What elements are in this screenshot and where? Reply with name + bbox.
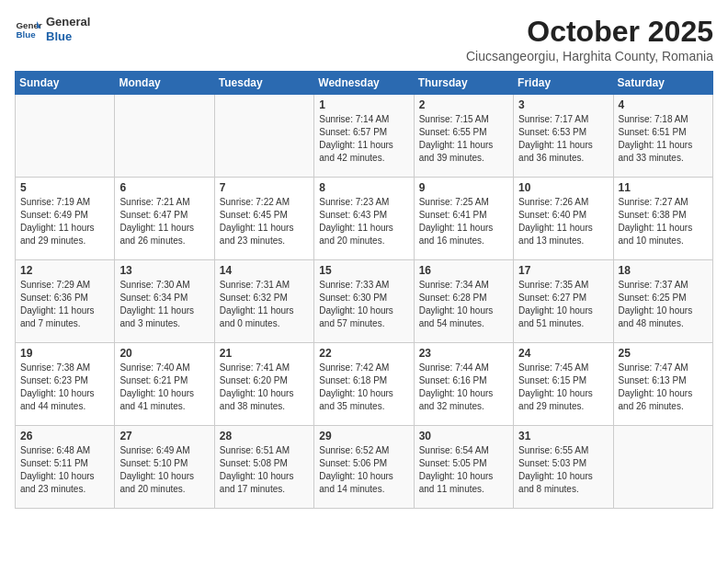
calendar-week-row: 26Sunrise: 6:48 AM Sunset: 5:11 PM Dayli…	[16, 426, 713, 509]
day-info: Sunrise: 6:49 AM Sunset: 5:10 PM Dayligh…	[119, 444, 209, 496]
day-number: 5	[20, 181, 109, 194]
day-number: 7	[220, 181, 309, 194]
calendar-cell: 19Sunrise: 7:38 AM Sunset: 6:23 PM Dayli…	[16, 343, 115, 426]
day-info: Sunrise: 7:14 AM Sunset: 6:57 PM Dayligh…	[319, 113, 408, 165]
day-info: Sunrise: 7:33 AM Sunset: 6:30 PM Dayligh…	[319, 279, 408, 330]
calendar-cell: 9Sunrise: 7:25 AM Sunset: 6:41 PM Daylig…	[414, 178, 513, 260]
day-info: Sunrise: 7:38 AM Sunset: 6:23 PM Dayligh…	[20, 362, 109, 413]
day-info: Sunrise: 7:15 AM Sunset: 6:55 PM Dayligh…	[419, 113, 508, 165]
day-number: 10	[518, 181, 608, 194]
day-info: Sunrise: 7:27 AM Sunset: 6:38 PM Dayligh…	[619, 196, 708, 247]
location-subtitle: Ciucsangeorgiu, Harghita County, Romania	[466, 49, 713, 63]
calendar-week-row: 12Sunrise: 7:29 AM Sunset: 6:36 PM Dayli…	[16, 260, 713, 343]
day-info: Sunrise: 7:34 AM Sunset: 6:28 PM Dayligh…	[419, 279, 508, 330]
day-number: 4	[619, 98, 708, 111]
day-info: Sunrise: 6:55 AM Sunset: 5:03 PM Dayligh…	[518, 444, 608, 496]
day-number: 11	[619, 181, 708, 194]
calendar-cell: 23Sunrise: 7:44 AM Sunset: 6:16 PM Dayli…	[414, 343, 513, 426]
calendar-week-row: 1Sunrise: 7:14 AM Sunset: 6:57 PM Daylig…	[16, 95, 713, 178]
day-info: Sunrise: 7:37 AM Sunset: 6:25 PM Dayligh…	[619, 279, 708, 330]
day-info: Sunrise: 7:17 AM Sunset: 6:53 PM Dayligh…	[518, 113, 608, 165]
calendar-cell: 28Sunrise: 6:51 AM Sunset: 5:08 PM Dayli…	[214, 426, 313, 509]
calendar-cell: 22Sunrise: 7:42 AM Sunset: 6:18 PM Dayli…	[314, 343, 414, 426]
calendar-cell: 31Sunrise: 6:55 AM Sunset: 5:03 PM Dayli…	[514, 426, 613, 509]
day-number: 22	[319, 347, 408, 360]
day-info: Sunrise: 7:45 AM Sunset: 6:15 PM Dayligh…	[518, 362, 608, 413]
day-number: 31	[518, 430, 608, 442]
calendar-cell: 24Sunrise: 7:45 AM Sunset: 6:15 PM Dayli…	[514, 343, 613, 426]
calendar-cell: 2Sunrise: 7:15 AM Sunset: 6:55 PM Daylig…	[414, 95, 513, 178]
day-number: 3	[518, 98, 608, 111]
day-number: 15	[319, 264, 408, 277]
calendar-cell: 14Sunrise: 7:31 AM Sunset: 6:32 PM Dayli…	[214, 260, 313, 343]
day-number: 12	[20, 264, 109, 277]
weekday-header-row: SundayMondayTuesdayWednesdayThursdayFrid…	[16, 72, 713, 95]
day-info: Sunrise: 7:25 AM Sunset: 6:41 PM Dayligh…	[419, 196, 508, 247]
day-info: Sunrise: 6:52 AM Sunset: 5:06 PM Dayligh…	[319, 444, 408, 496]
weekday-header-wednesday: Wednesday	[314, 72, 414, 95]
calendar-cell: 21Sunrise: 7:41 AM Sunset: 6:20 PM Dayli…	[214, 343, 313, 426]
weekday-header-tuesday: Tuesday	[214, 72, 313, 95]
day-info: Sunrise: 6:51 AM Sunset: 5:08 PM Dayligh…	[220, 444, 309, 496]
calendar-cell: 27Sunrise: 6:49 AM Sunset: 5:10 PM Dayli…	[115, 426, 214, 509]
day-info: Sunrise: 7:26 AM Sunset: 6:40 PM Dayligh…	[518, 196, 608, 247]
day-number: 29	[319, 430, 408, 442]
calendar-cell: 4Sunrise: 7:18 AM Sunset: 6:51 PM Daylig…	[613, 95, 712, 178]
calendar-cell: 15Sunrise: 7:33 AM Sunset: 6:30 PM Dayli…	[314, 260, 414, 343]
day-number: 21	[220, 347, 309, 360]
day-number: 2	[419, 98, 508, 111]
calendar-cell: 17Sunrise: 7:35 AM Sunset: 6:27 PM Dayli…	[514, 260, 613, 343]
day-number: 26	[20, 430, 109, 442]
title-area: October 2025 Ciucsangeorgiu, Harghita Co…	[466, 15, 713, 63]
day-info: Sunrise: 7:19 AM Sunset: 6:49 PM Dayligh…	[20, 196, 109, 247]
svg-text:Blue: Blue	[17, 29, 37, 40]
calendar-cell: 5Sunrise: 7:19 AM Sunset: 6:49 PM Daylig…	[16, 178, 115, 260]
calendar-cell	[115, 95, 214, 178]
day-number: 16	[419, 264, 508, 277]
day-number: 25	[619, 347, 708, 360]
day-info: Sunrise: 7:41 AM Sunset: 6:20 PM Dayligh…	[220, 362, 309, 413]
day-number: 30	[419, 430, 508, 442]
day-info: Sunrise: 7:18 AM Sunset: 6:51 PM Dayligh…	[619, 113, 708, 165]
day-info: Sunrise: 7:30 AM Sunset: 6:34 PM Dayligh…	[119, 279, 209, 330]
day-number: 23	[419, 347, 508, 360]
day-info: Sunrise: 6:54 AM Sunset: 5:05 PM Dayligh…	[419, 444, 508, 496]
calendar-cell: 7Sunrise: 7:22 AM Sunset: 6:45 PM Daylig…	[214, 178, 313, 260]
day-number: 9	[419, 181, 508, 194]
page-header: General Blue General Blue October 2025 C…	[15, 15, 713, 63]
calendar-cell: 11Sunrise: 7:27 AM Sunset: 6:38 PM Dayli…	[613, 178, 712, 260]
calendar-week-row: 5Sunrise: 7:19 AM Sunset: 6:49 PM Daylig…	[16, 178, 713, 260]
weekday-header-monday: Monday	[115, 72, 214, 95]
day-info: Sunrise: 7:29 AM Sunset: 6:36 PM Dayligh…	[20, 279, 109, 330]
day-number: 27	[119, 430, 209, 442]
day-number: 18	[619, 264, 708, 277]
calendar-cell: 12Sunrise: 7:29 AM Sunset: 6:36 PM Dayli…	[16, 260, 115, 343]
logo-icon: General Blue	[15, 16, 42, 43]
day-info: Sunrise: 7:35 AM Sunset: 6:27 PM Dayligh…	[518, 279, 608, 330]
calendar-cell: 18Sunrise: 7:37 AM Sunset: 6:25 PM Dayli…	[613, 260, 712, 343]
calendar-cell: 20Sunrise: 7:40 AM Sunset: 6:21 PM Dayli…	[115, 343, 214, 426]
calendar-cell: 25Sunrise: 7:47 AM Sunset: 6:13 PM Dayli…	[613, 343, 712, 426]
day-info: Sunrise: 7:21 AM Sunset: 6:47 PM Dayligh…	[119, 196, 209, 247]
day-number: 14	[220, 264, 309, 277]
day-number: 19	[20, 347, 109, 360]
calendar-cell: 10Sunrise: 7:26 AM Sunset: 6:40 PM Dayli…	[514, 178, 613, 260]
weekday-header-thursday: Thursday	[414, 72, 513, 95]
calendar-cell: 16Sunrise: 7:34 AM Sunset: 6:28 PM Dayli…	[414, 260, 513, 343]
calendar-cell	[214, 95, 313, 178]
weekday-header-friday: Friday	[514, 72, 613, 95]
day-number: 20	[119, 347, 209, 360]
calendar-cell	[16, 95, 115, 178]
weekday-header-sunday: Sunday	[16, 72, 115, 95]
logo-general-text: General	[46, 15, 90, 29]
calendar-cell: 29Sunrise: 6:52 AM Sunset: 5:06 PM Dayli…	[314, 426, 414, 509]
day-number: 6	[119, 181, 209, 194]
calendar-cell: 3Sunrise: 7:17 AM Sunset: 6:53 PM Daylig…	[514, 95, 613, 178]
day-info: Sunrise: 7:44 AM Sunset: 6:16 PM Dayligh…	[419, 362, 508, 413]
calendar-cell: 6Sunrise: 7:21 AM Sunset: 6:47 PM Daylig…	[115, 178, 214, 260]
day-info: Sunrise: 7:40 AM Sunset: 6:21 PM Dayligh…	[119, 362, 209, 413]
day-info: Sunrise: 7:22 AM Sunset: 6:45 PM Dayligh…	[220, 196, 309, 247]
day-number: 24	[518, 347, 608, 360]
day-info: Sunrise: 7:31 AM Sunset: 6:32 PM Dayligh…	[220, 279, 309, 330]
day-info: Sunrise: 6:48 AM Sunset: 5:11 PM Dayligh…	[20, 444, 109, 496]
